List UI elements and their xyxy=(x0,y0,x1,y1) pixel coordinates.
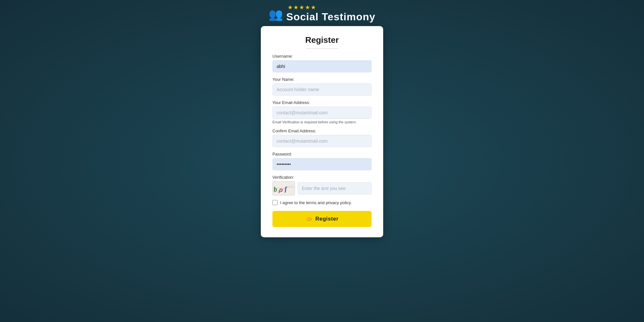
terms-checkbox[interactable] xyxy=(272,200,278,205)
confirm-email-input[interactable] xyxy=(272,135,372,147)
password-input[interactable] xyxy=(272,158,372,170)
svg-text:f: f xyxy=(284,185,288,193)
confirm-email-label: Confirm Email Address: xyxy=(272,128,372,133)
header: 👥 ★★★★★ Social Testimony xyxy=(269,6,375,23)
captcha-input[interactable] xyxy=(298,182,372,194)
your-name-input[interactable] xyxy=(272,83,372,96)
confirm-email-group: Confirm Email Address: xyxy=(272,128,372,147)
verification-group: Verification: b p f xyxy=(272,175,372,195)
username-group: Username: xyxy=(272,54,372,72)
email-label: Your Email Address: xyxy=(272,100,372,105)
email-input[interactable] xyxy=(272,107,372,119)
divider xyxy=(306,48,338,49)
verification-label: Verification: xyxy=(272,175,372,180)
app-name: Social Testimony xyxy=(286,11,375,23)
your-name-label: Your Name: xyxy=(272,77,372,82)
register-button-icon: 🤝 xyxy=(306,215,313,223)
captcha-svg: b p f xyxy=(273,181,295,195)
verification-row: b p f xyxy=(272,181,372,195)
email-hint: Email Verification is required before us… xyxy=(272,120,372,124)
email-group: Your Email Address: Email Verification i… xyxy=(272,100,372,124)
register-button-label: Register xyxy=(315,216,338,222)
username-input[interactable] xyxy=(272,60,372,72)
terms-row: I agree to the terms and privacy policy. xyxy=(272,200,372,205)
username-label: Username: xyxy=(272,54,372,59)
password-group: Password: xyxy=(272,152,372,170)
terms-label[interactable]: I agree to the terms and privacy policy. xyxy=(280,200,352,205)
stars: ★★★★★ xyxy=(288,4,317,11)
svg-text:b: b xyxy=(273,185,278,193)
logo-area: 👥 ★★★★★ Social Testimony xyxy=(269,6,375,23)
register-button[interactable]: 🤝 Register xyxy=(272,211,372,227)
logo-icon: 👥 xyxy=(269,8,283,21)
register-card: Register Username: Your Name: Your Email… xyxy=(261,26,383,237)
captcha-image: b p f xyxy=(272,181,295,195)
your-name-group: Your Name: xyxy=(272,77,372,96)
form-title: Register xyxy=(272,35,372,45)
password-label: Password: xyxy=(272,152,372,156)
